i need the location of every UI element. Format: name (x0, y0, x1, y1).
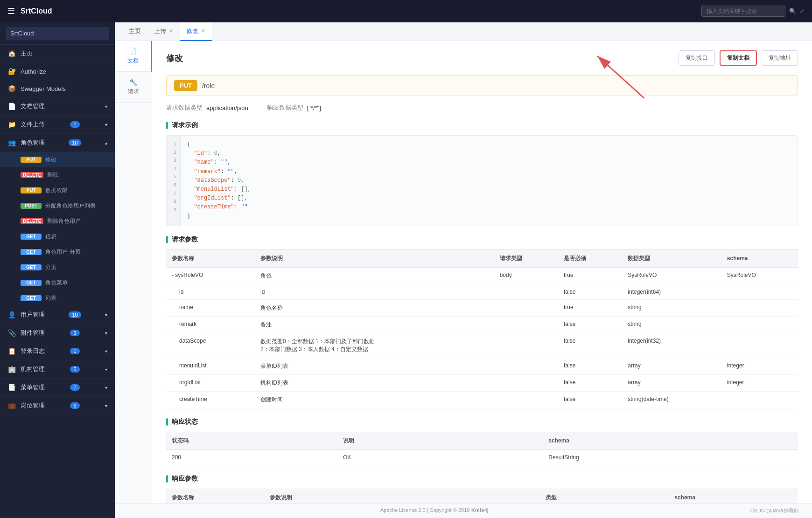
sidebar-item-menu-mgmt[interactable]: 📑 菜单管理 7 ▾ (0, 379, 115, 397)
sidebar-item-position-mgmt[interactable]: 💼 岗位管理 6 ▾ (0, 397, 115, 415)
copy-address-button[interactable]: 复制地址 (762, 50, 798, 66)
menu-arrow: ▾ (105, 385, 107, 390)
sub-item-delete-role-label: 删除角色用户 (47, 217, 81, 225)
sidebar-item-swagger-models[interactable]: 📦 Swagger Models (0, 80, 115, 97)
footer-right: CSDN @JAVA倒霉熊 (750, 507, 799, 514)
left-tabs: 📄 文档 🔧 请求 (115, 41, 152, 503)
sub-item-info-label: 信息 (45, 233, 56, 241)
status-table: 状态码 说明 schema 200 OK ResultString (166, 432, 798, 465)
sidebar-search-input[interactable] (6, 27, 109, 40)
sidebar-sub-item-get-menu[interactable]: GET 角色菜单 (0, 275, 115, 290)
col-status-schema: schema (543, 432, 798, 449)
response-params-title: 响应参数 (166, 475, 798, 483)
param-reqtype-dataScope (494, 333, 558, 358)
sub-item-data-label: 数据权限 (45, 186, 68, 194)
sidebar-item-home[interactable]: 🏠 主页 (0, 45, 115, 63)
sidebar-item-menu-label: 菜单管理 (21, 383, 45, 392)
home-icon: 🏠 (7, 50, 16, 57)
col-param-desc: 参数说明 (255, 249, 494, 267)
content-area: 主页 上传 ✕ 修改 ✕ 📄 文档 🔧 请求 (115, 22, 812, 518)
log-badge: 1 (70, 348, 79, 354)
sub-item-list-label: 列表 (45, 294, 56, 302)
param-datatype-createTime: string(date-time) (622, 391, 721, 408)
param-datatype-menuIdList: array (622, 358, 721, 374)
status-schema-200: ResultString (543, 449, 798, 465)
table-row: remark 备注 false string (166, 316, 798, 333)
left-tab-request[interactable]: 🔧 请求 (115, 72, 152, 103)
table-row: name 角色名称 true string (166, 299, 798, 316)
sidebar-sub-item-delete-role-user[interactable]: DELETE 删除角色用户 (0, 214, 115, 229)
action-buttons: 复制接口 复制文档 复制地址 (679, 50, 798, 66)
param-name-remark: remark (166, 316, 255, 333)
search-icon[interactable]: 🔍 (789, 8, 796, 14)
tab-modify[interactable]: 修改 ✕ (180, 22, 212, 41)
param-desc-orgIdList: 机构ID列表 (255, 374, 494, 391)
sidebar-item-org-mgmt[interactable]: 🏢 机构管理 5 ▾ (0, 360, 115, 379)
request-params-title: 请求参数 (166, 235, 798, 244)
user-mgmt-badge: 10 (69, 311, 81, 318)
col-res-type: 类型 (540, 489, 669, 503)
param-name-createTime: createTime (166, 391, 255, 408)
param-reqtype-name (494, 299, 558, 316)
param-name-id: id (166, 284, 255, 299)
method-delete-tag: DELETE (21, 172, 43, 178)
sidebar-sub-item-get-page[interactable]: GET 分页 (0, 260, 115, 275)
menu-icon[interactable]: ☰ (7, 6, 15, 16)
col-req-type: 请求类型 (494, 249, 558, 267)
request-type-label: 请求数据类型 (166, 104, 203, 112)
sidebar-search-container (0, 22, 115, 45)
search-input[interactable] (701, 6, 785, 17)
brand-title: SrtCloud (21, 7, 701, 15)
tab-modify-close[interactable]: ✕ (201, 28, 205, 34)
sidebar-item-login-log[interactable]: 📋 登录日志 1 ▾ (0, 342, 115, 360)
left-tab-doc-label: 文档 (127, 57, 139, 65)
sidebar-sub-item-get-list[interactable]: GET 列表 (0, 290, 115, 306)
param-name-sysRoleVO: - sysRoleVO (166, 267, 255, 284)
line-numbers: 123456789 (167, 136, 181, 226)
tab-upload-close[interactable]: ✕ (169, 28, 173, 34)
sub-item-assign-label: 分配角色给用户列表 (45, 202, 96, 210)
sub-item-menu-label: 角色菜单 (45, 279, 68, 287)
expand-icon[interactable]: ⤢ (800, 8, 805, 14)
doc-title-row: 修改 复制接口 复制文档 复制地址 (166, 50, 798, 66)
sidebar-sub-item-post-assign[interactable]: POST 分配角色给用户列表 (0, 198, 115, 214)
sidebar-item-authorize[interactable]: 🔐 Authorize (0, 63, 115, 80)
param-required-sysRoleVO: true (558, 267, 622, 284)
sidebar-sub-item-get-role-users[interactable]: GET 角色用户-分页 (0, 244, 115, 260)
tab-upload[interactable]: 上传 ✕ (147, 22, 180, 41)
response-status-title: 响应状态 (166, 418, 798, 426)
sidebar: 🏠 主页 🔐 Authorize 📦 Swagger Models 📄 文档管理… (0, 22, 115, 518)
status-empty (475, 449, 543, 465)
param-name-name: name (166, 299, 255, 316)
sub-item-page-label: 分页 (45, 263, 56, 271)
sidebar-item-attachment[interactable]: 📎 附件管理 3 ▾ (0, 324, 115, 342)
param-schema-id (721, 284, 798, 299)
sidebar-sub-item-delete[interactable]: DELETE 删除 (0, 167, 115, 183)
sidebar-item-user-mgmt[interactable]: 👤 用户管理 10 ▾ (0, 306, 115, 324)
sidebar-item-doc-mgmt[interactable]: 📄 文档管理 ▾ (0, 97, 115, 116)
doc-icon: 📄 (7, 103, 16, 110)
left-tab-doc[interactable]: 📄 文档 (115, 41, 152, 72)
table-row: dataScope 数据范围0：全部数据 1：本部门及子部门数据2：本部门数据 … (166, 333, 798, 358)
param-schema-dataScope (721, 333, 798, 358)
sidebar-sub-item-put-data[interactable]: PUT 数据权限 (0, 183, 115, 198)
org-arrow: ▾ (105, 367, 107, 372)
param-desc-name: 角色名称 (255, 299, 494, 316)
copy-interface-button[interactable]: 复制接口 (679, 50, 715, 66)
tab-home[interactable]: 主页 (122, 22, 147, 41)
param-schema-name (721, 299, 798, 316)
param-desc-remark: 备注 (255, 316, 494, 333)
sidebar-item-role-mgmt[interactable]: 👥 角色管理 10 ▴ (0, 134, 115, 152)
param-required-menuIdList: false (558, 358, 622, 374)
sidebar-item-authorize-label: Authorize (21, 68, 46, 75)
org-badge: 5 (70, 366, 79, 373)
sidebar-item-role-label: 角色管理 (21, 138, 45, 147)
role-mgmt-arrow: ▴ (105, 140, 107, 145)
copy-doc-button[interactable]: 复制文档 (720, 50, 757, 66)
sidebar-sub-item-put-modify[interactable]: PUT 修改 (0, 152, 115, 167)
param-required-dataScope: false (558, 333, 622, 358)
param-schema-menuIdList: integer (721, 358, 798, 374)
sidebar-item-file-upload[interactable]: 📁 文件上传 1 ▾ (0, 116, 115, 134)
sidebar-sub-item-get-info[interactable]: GET 信息 (0, 229, 115, 244)
footer-text: Apache License 2.0 | Copyright © 2019-Kn… (380, 507, 489, 513)
